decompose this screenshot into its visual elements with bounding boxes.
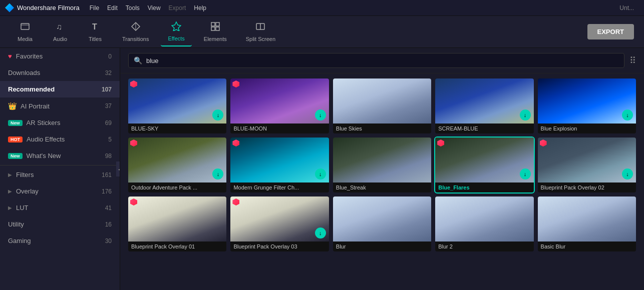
sidebar: ♥ Favorites 0 Downloads 32 Recommended 1…: [0, 48, 120, 290]
download-btn-1[interactable]: ↓: [212, 110, 223, 120]
effect-card-14[interactable]: Blur 2: [435, 196, 533, 252]
sidebar-downloads-label: Downloads: [8, 69, 40, 76]
effect-name-6: Outdoor Adventure Pack ...: [128, 182, 226, 192]
app-name: Wondershare Filmora: [17, 4, 80, 12]
effect-card-9[interactable]: ↓Blue_Flares: [435, 138, 533, 192]
split-screen-icon: [255, 22, 265, 34]
favorite-icon-1[interactable]: [130, 80, 137, 88]
grid-view-icon[interactable]: ⠿: [629, 55, 636, 66]
crown-icon: 👑: [8, 102, 17, 110]
toolbar-audio-label: Audio: [53, 36, 67, 42]
sidebar-item-audio-effects[interactable]: HOT Audio Effects 5: [0, 131, 120, 148]
sidebar-item-filters[interactable]: ▶ Filters 161: [0, 166, 120, 183]
sidebar-downloads-count: 32: [105, 70, 112, 76]
favorite-icon-12[interactable]: [232, 198, 239, 206]
menu-file[interactable]: File: [90, 4, 99, 12]
sidebar-ai-portrait-count: 37: [105, 102, 112, 110]
menu-export[interactable]: Export: [169, 4, 186, 12]
sidebar-overlay-left: ▶ Overlay: [8, 188, 39, 195]
effect-thumb-4: ↓: [435, 78, 533, 124]
logo-icon: [5, 4, 14, 12]
download-btn-2[interactable]: ↓: [315, 110, 326, 120]
effect-card-4[interactable]: ↓SCREAM-BLUE: [435, 78, 533, 134]
effect-thumb-13: [333, 196, 431, 242]
favorite-icon-9[interactable]: [437, 140, 444, 146]
toolbar-transitions[interactable]: Transitions: [115, 18, 156, 46]
toolbar-split-screen[interactable]: Split Screen: [239, 18, 282, 46]
menu-bar: File Edit Tools View Export Help: [90, 4, 206, 12]
effect-name-5: Blue Explosion: [538, 124, 636, 134]
effect-card-6[interactable]: ↓Outdoor Adventure Pack ...: [128, 138, 226, 192]
sidebar-filters-count: 161: [102, 172, 112, 178]
effect-card-3[interactable]: Blue Skies: [333, 78, 431, 134]
effect-card-7[interactable]: ↓Modern Grunge Filter Ch...: [230, 138, 329, 192]
new-badge-ar: New: [8, 120, 23, 126]
favorite-icon-10[interactable]: [540, 140, 547, 146]
sidebar-item-favorites[interactable]: ♥ Favorites 0: [0, 48, 120, 64]
effect-card-1[interactable]: ↓BLUE-SKY: [128, 78, 226, 134]
effect-card-10[interactable]: ↓Blueprint Pack Overlay 02: [538, 138, 636, 192]
sidebar-item-utility[interactable]: Utility 16: [0, 216, 120, 232]
favorite-icon-2[interactable]: [232, 80, 239, 88]
chevron-right-icon: ▶: [8, 172, 12, 178]
sidebar-item-whats-new[interactable]: New What's New 98: [0, 148, 120, 164]
sidebar-recommended-left: Recommended: [8, 86, 55, 93]
sidebar-utility-label: Utility: [8, 220, 24, 228]
audio-icon: ♫: [55, 22, 65, 34]
sidebar-collapse-button[interactable]: ◀: [116, 162, 120, 176]
svg-rect-5: [211, 22, 215, 26]
toolbar-titles[interactable]: T Titles: [80, 18, 110, 46]
effect-name-13: Blur: [333, 242, 431, 252]
toolbar-media[interactable]: Media: [10, 18, 40, 46]
sidebar-audio-effects-label: Audio Effects: [27, 136, 65, 143]
sidebar-overlay-label: Overlay: [16, 188, 39, 195]
sidebar-item-lut[interactable]: ▶ LUT 41: [0, 200, 120, 216]
sidebar-downloads-left: Downloads: [8, 69, 40, 76]
download-btn-12[interactable]: ↓: [315, 228, 326, 238]
menu-view[interactable]: View: [148, 4, 161, 12]
sidebar-item-overlay[interactable]: ▶ Overlay 176: [0, 183, 120, 200]
effect-card-12[interactable]: ↓Blueprint Pack Overlay 03: [230, 196, 329, 252]
effect-thumb-11: [128, 196, 226, 242]
effect-card-5[interactable]: ↓Blue Explosion: [538, 78, 636, 134]
download-btn-7[interactable]: ↓: [315, 168, 326, 180]
sidebar-audio-count: 5: [108, 136, 112, 143]
favorite-icon-7[interactable]: [232, 140, 239, 146]
search-input[interactable]: [146, 57, 619, 64]
download-btn-9[interactable]: ↓: [520, 168, 531, 180]
favorite-icon-6[interactable]: [130, 140, 137, 146]
effect-card-2[interactable]: ↓BLUE-MOON: [230, 78, 329, 134]
sidebar-item-ai-portrait[interactable]: 👑 AI Portrait 37: [0, 98, 120, 114]
effect-name-9: Blue_Flares: [435, 182, 533, 192]
effect-card-8[interactable]: Blue_Streak: [333, 138, 431, 192]
svg-rect-0: [21, 24, 29, 30]
effect-card-11[interactable]: Blueprint Pack Overlay 01: [128, 196, 226, 252]
menu-edit[interactable]: Edit: [107, 4, 118, 12]
menu-tools[interactable]: Tools: [126, 4, 140, 12]
menu-help[interactable]: Help: [194, 4, 206, 12]
download-btn-10[interactable]: ↓: [622, 168, 633, 180]
sidebar-item-ar-stickers[interactable]: New AR Stickers 69: [0, 114, 120, 131]
sidebar-favorites-label: Favorites: [16, 52, 43, 60]
effect-card-15[interactable]: Basic Blur: [538, 196, 636, 252]
effect-name-15: Basic Blur: [538, 242, 636, 252]
download-btn-6[interactable]: ↓: [212, 168, 223, 180]
sidebar-lut-left: ▶ LUT: [8, 204, 29, 212]
toolbar-effects[interactable]: Effects: [161, 17, 191, 46]
favorite-icon-11[interactable]: [130, 198, 137, 206]
effect-name-3: Blue Skies: [333, 124, 431, 134]
sidebar-overlay-count: 176: [102, 188, 112, 195]
toolbar-elements[interactable]: Elements: [197, 18, 234, 46]
elements-icon: [210, 22, 220, 34]
hot-badge-audio: HOT: [8, 136, 23, 142]
sidebar-item-recommended[interactable]: Recommended 107: [0, 81, 120, 98]
download-btn-5[interactable]: ↓: [622, 110, 633, 120]
svg-text:♫: ♫: [56, 22, 62, 31]
sidebar-item-gaming[interactable]: Gaming 30: [0, 232, 120, 249]
export-button[interactable]: EXPORT: [587, 24, 634, 40]
effect-name-7: Modern Grunge Filter Ch...: [230, 182, 329, 192]
effect-card-13[interactable]: Blur: [333, 196, 431, 252]
sidebar-item-downloads[interactable]: Downloads 32: [0, 64, 120, 81]
download-btn-4[interactable]: ↓: [520, 110, 531, 120]
toolbar-audio[interactable]: ♫ Audio: [45, 18, 75, 46]
